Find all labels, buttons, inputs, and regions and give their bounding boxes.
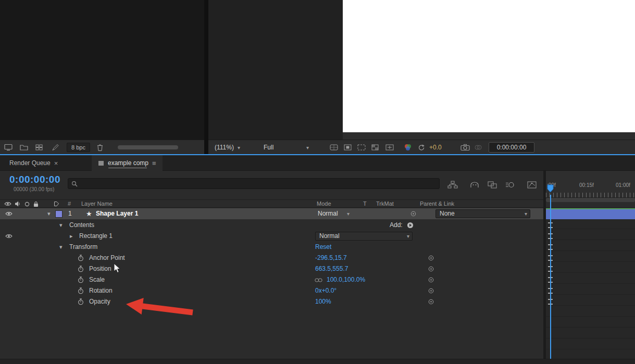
horizontal-scrollbar[interactable] bbox=[118, 145, 178, 149]
property-value[interactable]: 0x+0.0° bbox=[315, 285, 337, 296]
property-name[interactable]: Opacity bbox=[89, 296, 110, 307]
tab-render-queue[interactable]: Render Queue × bbox=[3, 155, 64, 171]
stopwatch-icon[interactable] bbox=[78, 255, 84, 261]
preview-timecode[interactable]: 0:00:00:00 bbox=[489, 142, 534, 153]
transparency-grid-icon[interactable] bbox=[371, 144, 379, 150]
panel-menu-icon[interactable]: ≡ bbox=[152, 159, 156, 167]
solo-column-icon[interactable] bbox=[24, 202, 30, 207]
pick-whip-icon[interactable] bbox=[428, 266, 434, 272]
twirl-closed-icon[interactable]: ▸ bbox=[70, 231, 73, 242]
new-folder-icon[interactable] bbox=[20, 144, 28, 150]
current-time-indicator-line[interactable] bbox=[550, 195, 551, 359]
search-icon bbox=[71, 181, 78, 187]
add-button[interactable] bbox=[407, 222, 414, 229]
delete-icon[interactable] bbox=[97, 144, 103, 151]
link-constrain-icon[interactable] bbox=[315, 278, 322, 282]
timeline-tracks[interactable] bbox=[546, 207, 635, 359]
current-time-indicator[interactable] bbox=[547, 184, 554, 193]
channel-icon[interactable] bbox=[404, 144, 412, 151]
pixel-aspect-icon[interactable] bbox=[385, 144, 394, 150]
property-row-position[interactable]: Position 663.5,555.7 bbox=[0, 263, 543, 274]
group-name[interactable]: Contents bbox=[69, 220, 94, 231]
property-name[interactable]: Position bbox=[89, 263, 111, 274]
work-area-bar[interactable] bbox=[546, 198, 635, 202]
parent-dropdown[interactable]: None ▾ bbox=[435, 209, 530, 218]
shy-layers-icon[interactable] bbox=[468, 179, 481, 191]
column-parent-link[interactable]: Parent & Link bbox=[420, 200, 454, 208]
pick-whip-icon[interactable] bbox=[410, 211, 416, 217]
exposure-value[interactable]: +0.0 bbox=[427, 142, 444, 153]
property-name[interactable]: Anchor Point bbox=[89, 253, 125, 263]
audio-column-icon[interactable] bbox=[15, 201, 20, 207]
tab-example-comp[interactable]: example comp ≡ bbox=[92, 155, 163, 171]
label-column-icon[interactable] bbox=[54, 201, 59, 207]
time-ruler[interactable]: :00f 00:15f 01:00f bbox=[546, 171, 635, 198]
group-row-contents[interactable]: ▾ Contents Add: bbox=[0, 220, 543, 231]
close-icon[interactable]: × bbox=[54, 159, 58, 167]
current-timecode[interactable]: 0:00:00:00 bbox=[9, 174, 60, 185]
blend-mode-dropdown[interactable]: Normal ▾ bbox=[315, 232, 413, 241]
mask-visibility-icon[interactable] bbox=[344, 144, 352, 150]
property-row-rotation[interactable]: Rotation 0x+0.0° bbox=[0, 285, 543, 296]
resolution-dropdown[interactable]: Full ▾ bbox=[262, 142, 311, 153]
layer-mode-dropdown[interactable]: Normal bbox=[318, 208, 338, 219]
new-composition-icon[interactable] bbox=[35, 144, 43, 150]
eye-icon[interactable] bbox=[5, 211, 13, 216]
region-of-interest-icon[interactable] bbox=[357, 144, 366, 150]
column-mode[interactable]: Mode bbox=[317, 200, 331, 208]
column-layer-name[interactable]: Layer Name bbox=[81, 200, 113, 208]
video-column-icon[interactable] bbox=[4, 202, 11, 206]
frame-blending-icon[interactable] bbox=[485, 179, 499, 191]
mini-flowchart-icon[interactable] bbox=[446, 179, 459, 191]
stopwatch-icon[interactable] bbox=[78, 277, 84, 283]
group-name[interactable]: Transform bbox=[69, 242, 97, 253]
eye-icon[interactable] bbox=[5, 234, 13, 239]
twirl-down-icon[interactable]: ▾ bbox=[47, 208, 51, 219]
column-index[interactable]: # bbox=[68, 200, 71, 208]
pick-whip-icon[interactable] bbox=[428, 288, 434, 294]
group-row-transform[interactable]: ▾ Transform Reset bbox=[0, 242, 543, 253]
search-input[interactable] bbox=[81, 179, 435, 189]
chevron-down-icon: ▾ bbox=[525, 210, 527, 218]
viewport-margin bbox=[343, 132, 635, 140]
show-snapshot-icon[interactable] bbox=[474, 144, 482, 150]
property-value[interactable]: 100.0,100.0% bbox=[327, 274, 365, 285]
group-name[interactable]: Rectangle 1 bbox=[79, 231, 113, 242]
pick-whip-icon[interactable] bbox=[428, 299, 434, 305]
property-row-scale[interactable]: Scale 100.0,100.0% bbox=[0, 274, 543, 285]
layer-name[interactable]: Shape Layer 1 bbox=[96, 208, 138, 219]
reset-link[interactable]: Reset bbox=[315, 242, 331, 253]
property-name[interactable]: Scale bbox=[89, 274, 105, 285]
lock-column-icon[interactable] bbox=[33, 201, 39, 207]
motion-blur-icon[interactable] bbox=[503, 179, 517, 191]
stopwatch-icon[interactable] bbox=[78, 298, 84, 305]
column-t[interactable]: T bbox=[363, 200, 367, 208]
group-row-rectangle[interactable]: ▸ Rectangle 1 Normal ▾ bbox=[0, 231, 543, 242]
property-row-opacity[interactable]: Opacity 100% bbox=[0, 296, 543, 307]
pick-whip-icon[interactable] bbox=[428, 255, 434, 261]
property-name[interactable]: Rotation bbox=[89, 285, 113, 296]
property-value[interactable]: -296.5,15.7 bbox=[315, 253, 347, 263]
column-trkmat[interactable]: TrkMat bbox=[376, 200, 394, 208]
panel-divider[interactable] bbox=[204, 0, 208, 154]
layer-duration-bar[interactable] bbox=[546, 208, 635, 219]
interpret-footage-icon[interactable] bbox=[4, 144, 13, 150]
adjustment-pen-icon[interactable] bbox=[52, 144, 59, 150]
twirl-down-icon[interactable]: ▾ bbox=[59, 220, 63, 231]
stopwatch-icon[interactable] bbox=[78, 266, 84, 272]
snapshot-camera-icon[interactable] bbox=[460, 144, 470, 150]
twirl-down-icon[interactable]: ▾ bbox=[59, 242, 63, 253]
exposure-reset-icon[interactable] bbox=[418, 144, 425, 150]
color-depth-button[interactable]: 8 bpc bbox=[67, 143, 90, 152]
grid-guides-icon[interactable] bbox=[330, 144, 338, 150]
property-value[interactable]: 100% bbox=[315, 296, 331, 307]
property-row-anchor-point[interactable]: Anchor Point -296.5,15.7 bbox=[0, 253, 543, 263]
magnification-dropdown[interactable]: (111%) ▾ bbox=[213, 142, 242, 153]
layer-row[interactable]: ▾ 1 ★ Shape Layer 1 Normal ▾ None ▾ bbox=[0, 208, 543, 219]
composition-viewport[interactable] bbox=[343, 0, 635, 132]
pick-whip-icon[interactable] bbox=[428, 277, 434, 283]
stopwatch-icon[interactable] bbox=[78, 287, 84, 294]
label-color-swatch[interactable] bbox=[55, 210, 63, 218]
graph-editor-icon[interactable] bbox=[525, 179, 539, 191]
property-value[interactable]: 663.5,555.7 bbox=[315, 263, 348, 274]
